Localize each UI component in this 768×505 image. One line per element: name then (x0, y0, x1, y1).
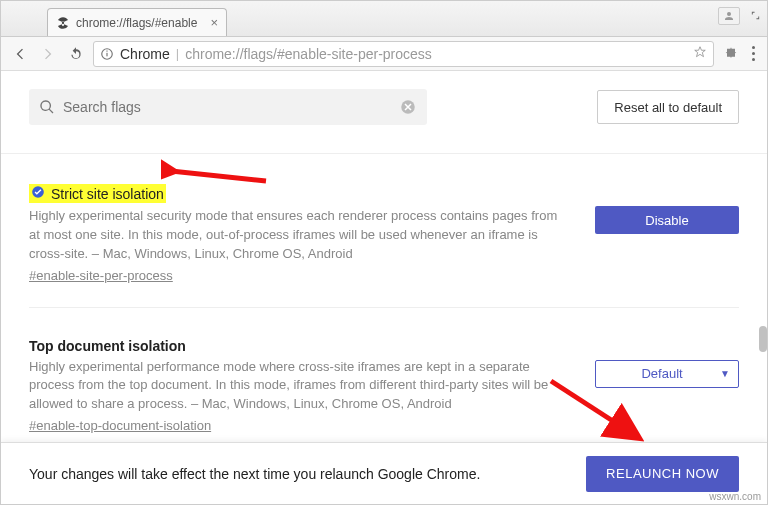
relaunch-button[interactable]: RELAUNCH NOW (586, 456, 739, 492)
address-bar[interactable]: Chrome | chrome://flags/#enable-site-per… (93, 41, 714, 67)
bookmark-star-icon[interactable] (693, 45, 707, 62)
flag-description: Highly experimental security mode that e… (29, 207, 571, 264)
fullscreen-icon[interactable] (750, 9, 761, 24)
chevron-down-icon: ▼ (720, 368, 730, 379)
omnibox-path: chrome://flags/#enable-site-per-process (185, 46, 432, 62)
browser-tab[interactable]: chrome://flags/#enable × (47, 8, 227, 36)
check-circle-icon (31, 185, 45, 202)
omnibox-scheme: Chrome (120, 46, 170, 62)
radiation-icon (56, 16, 70, 30)
flag-state-select[interactable]: Default ▼ (595, 360, 739, 388)
reload-button[interactable] (65, 43, 87, 65)
flag-title: Top document isolation (29, 338, 186, 354)
close-tab-icon[interactable]: × (210, 15, 218, 30)
flags-top-row: Reset all to default (1, 71, 767, 154)
svg-point-0 (62, 21, 64, 23)
back-button[interactable] (9, 43, 31, 65)
reset-all-button[interactable]: Reset all to default (597, 90, 739, 124)
tab-strip: chrome://flags/#enable × (1, 1, 767, 37)
watermark: wsxwn.com (709, 491, 761, 502)
disable-button[interactable]: Disable (595, 206, 739, 234)
clear-search-icon[interactable] (399, 98, 417, 116)
extension-icon[interactable] (720, 43, 742, 65)
flag-item: Top document isolation Highly experiment… (29, 308, 739, 459)
flag-title: Strict site isolation (29, 184, 166, 203)
site-info-icon[interactable] (100, 47, 114, 61)
search-flags-input[interactable] (63, 99, 391, 115)
relaunch-message: Your changes will take effect the next t… (29, 466, 586, 482)
flag-description: Highly experimental performance mode whe… (29, 358, 571, 415)
svg-rect-2 (106, 52, 107, 56)
flag-anchor-link[interactable]: #enable-site-per-process (29, 268, 173, 283)
flag-anchor-link[interactable]: #enable-top-document-isolation (29, 418, 211, 433)
relaunch-bar: Your changes will take effect the next t… (1, 442, 767, 504)
page-content: Reset all to default Strict site isolati… (1, 71, 767, 504)
flags-list: Strict site isolation Highly experimenta… (1, 154, 767, 458)
svg-rect-3 (106, 50, 107, 51)
profile-avatar[interactable] (718, 7, 740, 25)
forward-button[interactable] (37, 43, 59, 65)
scrollbar-thumb[interactable] (759, 326, 767, 352)
toolbar: Chrome | chrome://flags/#enable-site-per… (1, 37, 767, 71)
kebab-menu-icon[interactable] (748, 42, 759, 65)
search-icon (39, 99, 55, 115)
flag-item: Strict site isolation Highly experimenta… (29, 154, 739, 308)
search-flags-box[interactable] (29, 89, 427, 125)
tab-title: chrome://flags/#enable (76, 16, 204, 30)
